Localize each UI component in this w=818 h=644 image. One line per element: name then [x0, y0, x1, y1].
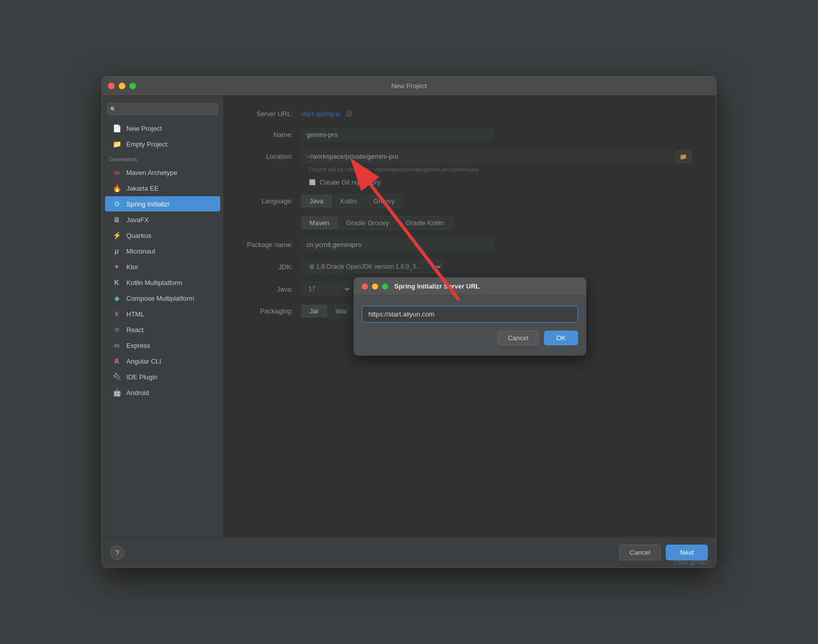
close-button[interactable]: [108, 83, 115, 89]
dialog-maximize-button[interactable]: [382, 283, 388, 290]
dialog-body: Cancel OK: [354, 296, 586, 355]
generators-label: Generators: [102, 152, 223, 164]
sidebar-item-spring-initializr[interactable]: ⚙ Spring Initializr: [105, 196, 220, 211]
sidebar-item-ktor[interactable]: ✦ Ktor: [105, 259, 220, 274]
sidebar-item-new-project-label: New Project: [126, 125, 162, 132]
main-content: Server URL: start.spring.io ⚙ Name: Loca…: [224, 96, 716, 537]
sidebar-item-kotlin-multiplatform[interactable]: K Kotlin Multiplatform: [105, 275, 220, 290]
jakarta-icon: 🔥: [112, 184, 121, 193]
search-input[interactable]: [107, 103, 218, 115]
sidebar-item-ide-plugin-label: IDE Plugin: [126, 373, 157, 381]
sidebar-item-quarkus-label: Quarkus: [126, 232, 151, 239]
new-project-icon: 📄: [112, 124, 121, 133]
sidebar-item-maven-label: Maven Archetype: [126, 169, 177, 176]
react-icon: ⚛: [112, 325, 121, 334]
dialog-cancel-button[interactable]: Cancel: [497, 331, 539, 345]
window-body: 📄 New Project 📁 Empty Project Generators…: [102, 96, 716, 537]
main-window: New Project 📄 New Project 📁 Empty Projec…: [101, 76, 717, 568]
next-button[interactable]: Next: [666, 545, 708, 560]
sidebar-item-kotlin-label: Kotlin Multiplatform: [126, 279, 183, 287]
html-icon: 5: [112, 309, 121, 318]
sidebar-item-empty-project[interactable]: 📁 Empty Project: [105, 136, 220, 152]
sidebar-item-compose-multiplatform[interactable]: ◆ Compose Multiplatform: [105, 291, 220, 306]
bottom-bar: ? Cancel Next: [102, 537, 716, 567]
sidebar-item-express-label: Express: [126, 342, 150, 349]
ide-plugin-icon: 🔌: [112, 372, 121, 381]
android-icon: 🤖: [112, 388, 121, 397]
sidebar-item-angular-cli[interactable]: A Angular CLI: [105, 353, 220, 369]
sidebar-scroll: 📄 New Project 📁 Empty Project Generators…: [102, 120, 223, 533]
sidebar-item-micronaut-label: Micronaut: [126, 247, 155, 255]
dialog-url-input[interactable]: [362, 306, 578, 323]
sidebar-item-html[interactable]: 5 HTML: [105, 306, 220, 321]
minimize-button[interactable]: [119, 83, 125, 89]
dialog-ok-button[interactable]: OK: [544, 331, 578, 345]
express-icon: ex: [112, 341, 121, 350]
sidebar-item-express[interactable]: ex Express: [105, 338, 220, 353]
help-icon: ?: [115, 549, 119, 557]
action-buttons: Cancel Next: [619, 545, 708, 560]
sidebar-item-ide-plugin[interactable]: 🔌 IDE Plugin: [105, 369, 220, 384]
sidebar-item-html-label: HTML: [126, 310, 144, 318]
sidebar-item-javafx-label: JavaFX: [126, 216, 149, 224]
maven-icon: m: [112, 168, 121, 177]
dialog-title-bar: Spring Initializr Server URL: [354, 277, 586, 296]
empty-project-icon: 📁: [112, 139, 121, 149]
quarkus-icon: ⚡: [112, 231, 121, 240]
traffic-lights: [108, 83, 136, 89]
dialog-overlay: Spring Initializr Server URL Cancel OK: [224, 96, 716, 537]
angular-icon: A: [112, 356, 121, 366]
sidebar-item-compose-label: Compose Multiplatform: [126, 295, 194, 302]
ktor-icon: ✦: [112, 262, 121, 271]
dialog-minimize-button[interactable]: [372, 283, 378, 290]
spring-initializr-url-dialog: Spring Initializr Server URL Cancel OK: [353, 277, 587, 356]
kotlin-icon: K: [112, 278, 121, 287]
sidebar-item-new-project[interactable]: 📄 New Project: [105, 121, 220, 136]
sidebar-item-react-label: React: [126, 326, 144, 334]
spring-icon: ⚙: [112, 199, 121, 208]
javafx-icon: 🖥: [112, 215, 121, 224]
sidebar-item-quarkus[interactable]: ⚡ Quarkus: [105, 228, 220, 243]
sidebar-item-micronaut[interactable]: μ Micronaut: [105, 243, 220, 259]
search-box: [102, 100, 223, 118]
sidebar-item-spring-label: Spring Initializr: [126, 200, 169, 208]
sidebar-item-android-label: Android: [126, 389, 149, 397]
dialog-close-button[interactable]: [362, 283, 368, 290]
sidebar-item-empty-project-label: Empty Project: [126, 140, 167, 148]
title-bar: New Project: [102, 77, 716, 96]
watermark: CSDN @ITKEY_: [673, 560, 712, 565]
micronaut-icon: μ: [112, 246, 121, 256]
cancel-button[interactable]: Cancel: [619, 545, 661, 560]
sidebar-item-angular-label: Angular CLI: [126, 357, 161, 365]
maximize-button[interactable]: [129, 83, 136, 89]
dialog-buttons: Cancel OK: [362, 331, 578, 345]
sidebar-item-ktor-label: Ktor: [126, 263, 139, 271]
window-title: New Project: [391, 82, 427, 90]
compose-icon: ◆: [112, 294, 121, 303]
sidebar-item-javafx[interactable]: 🖥 JavaFX: [105, 212, 220, 227]
sidebar: 📄 New Project 📁 Empty Project Generators…: [102, 96, 224, 537]
sidebar-item-maven-archetype[interactable]: m Maven Archetype: [105, 165, 220, 180]
dialog-title: Spring Initializr Server URL: [394, 282, 480, 290]
search-wrapper: [107, 103, 218, 115]
sidebar-item-react[interactable]: ⚛ React: [105, 322, 220, 337]
sidebar-item-android[interactable]: 🤖 Android: [105, 385, 220, 400]
help-button[interactable]: ?: [110, 546, 124, 560]
sidebar-item-jakarta-ee[interactable]: 🔥 Jakarta EE: [105, 181, 220, 196]
sidebar-item-jakarta-label: Jakarta EE: [126, 185, 159, 192]
